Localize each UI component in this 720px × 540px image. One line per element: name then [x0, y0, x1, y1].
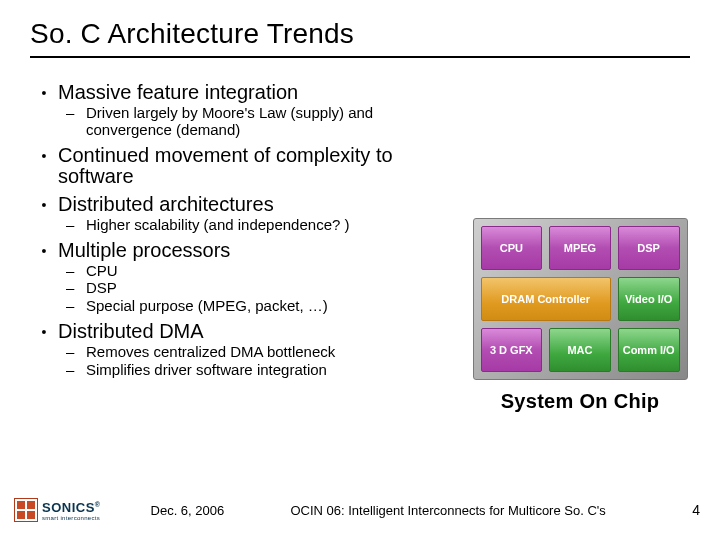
bullet-dash-icon: – [66, 344, 86, 361]
sonics-logo: SONICS® smart interconnects [14, 497, 101, 523]
block-mpeg: MPEG [549, 226, 611, 270]
bullet-level1: • Distributed architectures [30, 194, 460, 216]
bullet-dash-icon: – [66, 298, 86, 315]
bullet-level2: – Special purpose (MPEG, packet, …) [66, 298, 460, 315]
bullet-dot-icon: • [30, 194, 58, 216]
bullet-level2: – Higher scalability (and independence? … [66, 217, 460, 234]
bullet-dash-icon: – [66, 280, 86, 297]
bullet-text: Simplifies driver software integration [86, 362, 327, 379]
block-video: Video I/O [618, 277, 680, 321]
bullet-list: • Massive feature integration – Driven l… [30, 76, 460, 413]
block-comm: Comm I/O [618, 328, 680, 372]
footer-date: Dec. 6, 2006 [151, 503, 225, 518]
bullet-level2: – Simplifies driver software integration [66, 362, 460, 379]
block-dsp: DSP [618, 226, 680, 270]
block-dram: DRAM Controller [481, 277, 611, 321]
logo-mark-icon [14, 498, 38, 522]
bullet-dash-icon: – [66, 263, 86, 280]
footer-center: OCIN 06: Intelligent Interconnects for M… [224, 503, 672, 518]
logo-text: SONICS® smart interconnects [42, 500, 101, 521]
slide-title: So. C Architecture Trends [30, 18, 690, 50]
chip-grid: CPU MPEG DSP DRAM Controller Video I/O 3… [473, 218, 688, 380]
registered-icon: ® [95, 500, 101, 507]
footer: SONICS® smart interconnects Dec. 6, 2006… [0, 494, 720, 526]
bullet-level1: • Distributed DMA [30, 321, 460, 343]
logo-name-text: SONICS [42, 500, 95, 515]
bullet-level2: – DSP [66, 280, 460, 297]
bullet-text: Multiple processors [58, 240, 230, 262]
block-mac: MAC [549, 328, 611, 372]
bullet-text: CPU [86, 263, 118, 280]
bullet-dash-icon: – [66, 217, 86, 234]
bullet-text: DSP [86, 280, 117, 297]
bullet-level2: – CPU [66, 263, 460, 280]
logo-tagline: smart interconnects [42, 515, 101, 521]
diagram-caption: System On Chip [501, 390, 660, 413]
bullet-text: Removes centralized DMA bottleneck [86, 344, 335, 361]
bullet-level1: • Massive feature integration [30, 82, 460, 104]
bullet-text: Distributed DMA [58, 321, 204, 343]
title-underline [30, 56, 690, 58]
bullet-level1: • Continued movement of complexity to so… [30, 145, 460, 188]
block-gfx: 3 D GFX [481, 328, 543, 372]
footer-page-number: 4 [672, 502, 700, 518]
slide: So. C Architecture Trends • Massive feat… [0, 0, 720, 540]
bullet-level1: • Multiple processors [30, 240, 460, 262]
bullet-text: Driven largely by Moore's Law (supply) a… [86, 105, 460, 139]
bullet-text: Distributed architectures [58, 194, 274, 216]
bullet-dot-icon: • [30, 321, 58, 343]
bullet-dash-icon: – [66, 362, 86, 379]
soc-diagram: CPU MPEG DSP DRAM Controller Video I/O 3… [470, 218, 690, 413]
bullet-text: Higher scalability (and independence? ) [86, 217, 350, 234]
bullet-dot-icon: • [30, 145, 58, 167]
bullet-text: Special purpose (MPEG, packet, …) [86, 298, 328, 315]
bullet-dot-icon: • [30, 240, 58, 262]
bullet-level2: – Driven largely by Moore's Law (supply)… [66, 105, 460, 139]
bullet-dash-icon: – [66, 105, 86, 122]
bullet-level2: – Removes centralized DMA bottleneck [66, 344, 460, 361]
content-columns: • Massive feature integration – Driven l… [30, 76, 690, 413]
block-cpu: CPU [481, 226, 543, 270]
bullet-text: Continued movement of complexity to soft… [58, 145, 460, 188]
bullet-text: Massive feature integration [58, 82, 298, 104]
logo-name: SONICS® [42, 500, 101, 515]
bullet-dot-icon: • [30, 82, 58, 104]
